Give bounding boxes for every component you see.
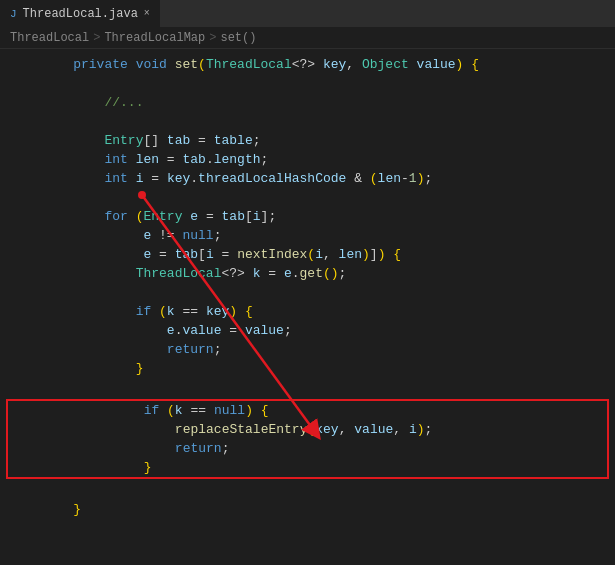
code-line: private void set(ThreadLocal<?> key, Obj… xyxy=(0,55,615,74)
tab-close-button[interactable]: × xyxy=(144,8,150,19)
code-line: e = tab[i = nextIndex(i, len)]) { xyxy=(0,245,615,264)
code-line: e.value = value; xyxy=(0,321,615,340)
code-line: } xyxy=(0,500,615,519)
code-line: int i = key.threadLocalHashCode & (len-1… xyxy=(0,169,615,188)
code-line: for (Entry e = tab[i]; xyxy=(0,207,615,226)
code-line xyxy=(0,74,615,93)
code-line: } xyxy=(0,359,615,378)
tab-bar: J ThreadLocal.java × xyxy=(0,0,615,28)
code-line: //... xyxy=(0,93,615,112)
code-line: return; xyxy=(8,439,607,458)
breadcrumb-set[interactable]: set() xyxy=(220,31,256,45)
code-line xyxy=(0,378,615,397)
code-line: return; xyxy=(0,340,615,359)
tab-filename: ThreadLocal.java xyxy=(23,7,138,21)
highlighted-code-block: if (k == null) { replaceStaleEntry(key, … xyxy=(6,399,609,479)
code-line: e != null; xyxy=(0,226,615,245)
code-line: replaceStaleEntry(key, value, i); xyxy=(8,420,607,439)
code-editor: private void set(ThreadLocal<?> key, Obj… xyxy=(0,49,615,525)
code-line: } xyxy=(8,458,607,477)
file-tab[interactable]: J ThreadLocal.java × xyxy=(0,0,161,27)
code-line xyxy=(0,481,615,500)
code-line: Entry[] tab = table; xyxy=(0,131,615,150)
java-icon: J xyxy=(10,8,17,20)
code-line: if (k == key) { xyxy=(0,302,615,321)
code-line: if (k == null) { xyxy=(8,401,607,420)
code-line xyxy=(0,112,615,131)
code-line: ThreadLocal<?> k = e.get(); xyxy=(0,264,615,283)
code-line xyxy=(0,283,615,302)
breadcrumb: ThreadLocal > ThreadLocalMap > set() xyxy=(0,28,615,49)
code-line xyxy=(0,188,615,207)
editor-window: J ThreadLocal.java × ThreadLocal > Threa… xyxy=(0,0,615,525)
breadcrumb-threadlocal[interactable]: ThreadLocal xyxy=(10,31,89,45)
code-line: int len = tab.length; xyxy=(0,150,615,169)
breadcrumb-threadlocalmap[interactable]: ThreadLocalMap xyxy=(104,31,205,45)
